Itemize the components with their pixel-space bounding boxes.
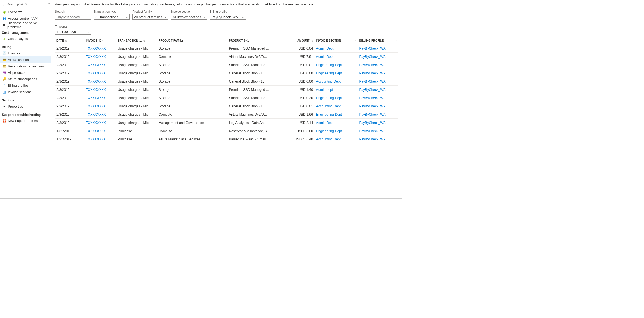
filter-type-value: All transactions <box>95 15 118 19</box>
col-section[interactable]: INVOICE SECTION↑↓ <box>314 37 357 44</box>
cell-invoice[interactable]: TXXXXXXXX <box>84 61 116 69</box>
sidebar-item-label: Cost analysis <box>8 37 28 41</box>
table-row[interactable]: 2/3/2019TXXXXXXXXUsage charges - MicMana… <box>55 119 398 127</box>
cell-profile[interactable]: PayByCheck_WA <box>358 69 398 77</box>
cell-section[interactable]: Admin Dept <box>314 119 357 127</box>
cell-profile[interactable]: PayByCheck_WA <box>358 61 398 69</box>
col-type[interactable]: TRANSACTION …↑↓ <box>116 37 157 44</box>
sidebar-item-support[interactable]: 🛟New support request <box>0 118 51 124</box>
cell-type: Usage charges - Mic <box>116 53 157 61</box>
cell-profile[interactable]: PayByCheck_WA <box>358 135 398 143</box>
cell-section[interactable]: Admin Dept <box>314 53 357 61</box>
cell-section[interactable]: Accounting Dept <box>314 77 357 86</box>
col-family[interactable]: PRODUCT FAMILY↑↓ <box>157 37 227 44</box>
filter-search-input[interactable] <box>55 14 91 20</box>
table-row[interactable]: 2/3/2019TXXXXXXXXUsage charges - MicStor… <box>55 69 398 77</box>
sidebar-item-reserv[interactable]: 💳Reservation transactions <box>0 63 51 69</box>
table-row[interactable]: 2/3/2019TXXXXXXXXUsage charges - MicStor… <box>55 77 398 86</box>
sidebar-item-props[interactable]: ≡Properties <box>0 103 51 110</box>
sidebar-item-label: Reservation transactions <box>8 64 45 68</box>
sidebar-item-diagnose[interactable]: ✖Diagnose and solve problems <box>0 22 51 28</box>
cell-date: 2/3/2019 <box>55 69 84 77</box>
cell-section[interactable]: Engineering Dept <box>314 94 357 102</box>
collapse-sidebar-button[interactable]: « <box>48 1 50 5</box>
sidebar-item-prod[interactable]: ▦All products <box>0 69 51 76</box>
cell-invoice[interactable]: TXXXXXXXX <box>84 94 116 102</box>
col-date[interactable]: DATE↑↓ <box>55 37 84 44</box>
cell-invoice[interactable]: TXXXXXXXX <box>84 53 116 61</box>
table-row[interactable]: 2/3/2019TXXXXXXXXUsage charges - MicStor… <box>55 61 398 69</box>
cell-profile[interactable]: PayByCheck_WA <box>358 77 398 86</box>
trans-icon: 💳 <box>2 58 7 62</box>
sidebar-item-iam[interactable]: 👥Access control (IAM) <box>0 15 51 22</box>
cell-invoice[interactable]: TXXXXXXXX <box>84 135 116 143</box>
cell-section[interactable]: Accounting Dept <box>314 102 357 110</box>
cell-family: Storage <box>157 86 227 94</box>
sidebar-item-trans[interactable]: 💳All transactions <box>0 56 51 63</box>
cell-amount: USD 1.66 <box>286 110 314 119</box>
cell-profile[interactable]: PayByCheck_WA <box>358 94 398 102</box>
cell-type: Usage charges - Mic <box>116 44 157 53</box>
cell-type: Usage charges - Mic <box>116 94 157 102</box>
sidebar-item-sections[interactable]: ▥Invoice sections <box>0 89 51 95</box>
table-row[interactable]: 1/31/2019TXXXXXXXXPurchaseAzure Marketpl… <box>55 135 398 143</box>
cell-section[interactable]: Engineering Dept <box>314 61 357 69</box>
cell-amount: USD 466.40 <box>286 135 314 143</box>
cell-section[interactable]: Engineering Dept <box>314 110 357 119</box>
sidebar-item-overview[interactable]: ◉Overview <box>0 9 51 15</box>
filter-section-dropdown[interactable]: All invoice sections ⌄ <box>171 14 207 20</box>
cell-type: Purchase <box>116 135 157 143</box>
table-row[interactable]: 2/3/2019TXXXXXXXXUsage charges - MicStor… <box>55 86 398 94</box>
col-amount[interactable]: AMOUNT↑↓ <box>286 37 314 44</box>
filter-type-dropdown[interactable]: All transactions ⌄ <box>94 14 130 20</box>
cell-date: 2/3/2019 <box>55 44 84 53</box>
cell-section[interactable]: Engineering Dept <box>314 69 357 77</box>
filter-section-label: Invoice section <box>171 10 207 13</box>
cell-sku: Barracuda WaaS - Small … <box>227 135 287 143</box>
sidebar-item-key[interactable]: 🔑Azure subscriptions <box>0 76 51 82</box>
sidebar-item-label: Billing profiles <box>8 84 28 87</box>
col-profile[interactable]: BILLING PROFILE↑↓ <box>358 37 398 44</box>
sidebar-item-invoice[interactable]: 🧾Invoices <box>0 50 51 56</box>
cell-type: Usage charges - Mic <box>116 102 157 110</box>
cell-profile[interactable]: PayByCheck_WA <box>358 44 398 53</box>
cell-profile[interactable]: PayByCheck_WA <box>358 86 398 94</box>
col-invoice[interactable]: INVOICE ID↑↓ <box>84 37 116 44</box>
sidebar-search-input[interactable] <box>6 3 44 6</box>
filter-profile-dropdown[interactable]: PayByCheck_WA ⌄ <box>210 14 246 20</box>
sidebar-item-profile[interactable]: ▯Billing profiles <box>0 82 51 89</box>
cell-profile[interactable]: PayByCheck_WA <box>358 53 398 61</box>
filter-timespan-dropdown[interactable]: Last 30 days ⌄ <box>55 29 91 35</box>
cell-invoice[interactable]: TXXXXXXXX <box>84 69 116 77</box>
cell-profile[interactable]: PayByCheck_WA <box>358 102 398 110</box>
cell-invoice[interactable]: TXXXXXXXX <box>84 44 116 53</box>
table-row[interactable]: 1/31/2019TXXXXXXXXPurchaseComputeReserve… <box>55 127 398 135</box>
sidebar-item-cost[interactable]: $Cost analysis <box>0 36 51 42</box>
table-row[interactable]: 2/3/2019TXXXXXXXXUsage charges - MicStor… <box>55 44 398 53</box>
cell-section[interactable]: Accounting Dept <box>314 135 357 143</box>
sort-icon: ↑↓ <box>223 39 226 42</box>
filter-family-label: Product family <box>132 10 168 13</box>
sidebar-search[interactable]: ⌕ <box>2 2 45 7</box>
cell-sku: Standard SSD Managed … <box>227 94 287 102</box>
table-row[interactable]: 2/3/2019TXXXXXXXXUsage charges - MicStor… <box>55 94 398 102</box>
cell-profile[interactable]: PayByCheck_WA <box>358 119 398 127</box>
cell-invoice[interactable]: TXXXXXXXX <box>84 110 116 119</box>
cell-section[interactable]: Engineering Dept <box>314 127 357 135</box>
cell-profile[interactable]: PayByCheck_WA <box>358 127 398 135</box>
cell-section[interactable]: Admin dept <box>314 86 357 94</box>
diagnose-icon: ✖ <box>2 23 7 27</box>
cell-invoice[interactable]: TXXXXXXXX <box>84 77 116 86</box>
table-row[interactable]: 2/3/2019TXXXXXXXXUsage charges - MicComp… <box>55 110 398 119</box>
cell-section[interactable]: Admin Dept <box>314 44 357 53</box>
cell-profile[interactable]: PayByCheck_WA <box>358 110 398 119</box>
table-row[interactable]: 2/3/2019TXXXXXXXXUsage charges - MicComp… <box>55 53 398 61</box>
col-sku[interactable]: PRODUCT SKU↑↓ <box>227 37 287 44</box>
cell-invoice[interactable]: TXXXXXXXX <box>84 119 116 127</box>
cell-invoice[interactable]: TXXXXXXXX <box>84 127 116 135</box>
filter-family-dropdown[interactable]: All product families ⌄ <box>132 14 168 20</box>
cell-invoice[interactable]: TXXXXXXXX <box>84 86 116 94</box>
cell-invoice[interactable]: TXXXXXXXX <box>84 102 116 110</box>
filter-search-textbox[interactable] <box>57 15 89 19</box>
table-row[interactable]: 2/3/2019TXXXXXXXXUsage charges - MicStor… <box>55 102 398 110</box>
